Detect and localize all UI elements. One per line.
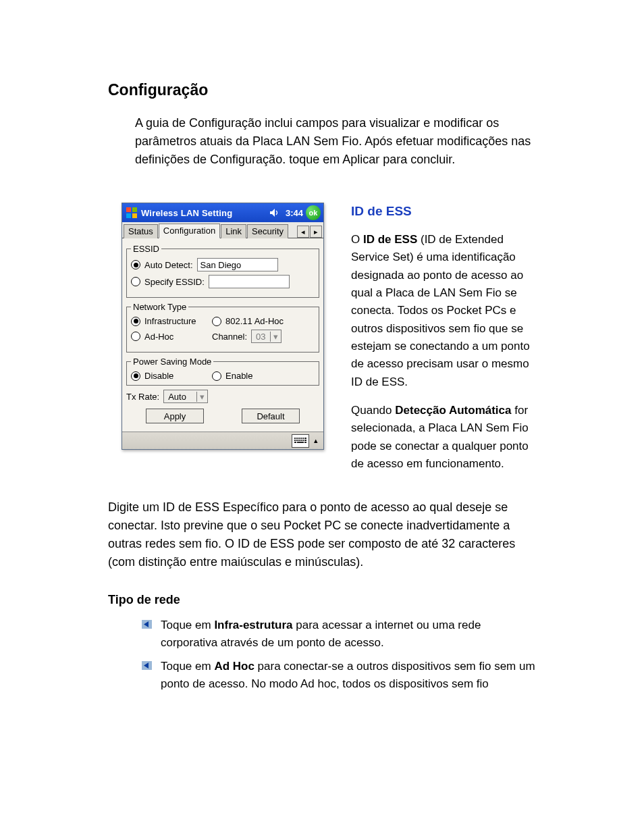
label-psm-disable: Disable	[144, 371, 208, 381]
embedded-screenshot: Wireless LAN Setting 3:44 ok Status Conf…	[122, 203, 324, 450]
radio-specify-essid[interactable]	[131, 277, 140, 286]
tab-status[interactable]: Status	[124, 224, 158, 238]
label-txrate: Tx Rate:	[126, 392, 159, 402]
svg-rect-20	[304, 442, 306, 443]
radio-psm-enable[interactable]	[212, 371, 221, 381]
essid-legend: ESSID	[131, 244, 161, 254]
power-saving-group: Power Saving Mode Disable Enable	[126, 357, 319, 386]
label-specify-essid: Specify ESSID:	[144, 277, 205, 287]
radio-adhoc[interactable]	[131, 332, 140, 341]
svg-rect-14	[298, 440, 300, 441]
device-title: Wireless LAN Setting	[141, 208, 264, 218]
chevron-down-icon: ▾	[270, 332, 281, 342]
svg-rect-15	[300, 440, 302, 441]
bullet-icon	[142, 620, 152, 629]
svg-rect-0	[126, 207, 131, 212]
bullet-icon	[142, 661, 152, 670]
svg-rect-7	[296, 438, 298, 439]
tipo-de-rede-list: Toque em Infra-estrutura para acessar a …	[108, 617, 536, 692]
device-titlebar: Wireless LAN Setting 3:44 ok	[122, 203, 323, 222]
svg-rect-18	[294, 442, 296, 443]
tab-scroll-left-icon[interactable]: ◂	[297, 226, 309, 238]
list-item: Toque em Infra-estrutura para acessar a …	[142, 617, 536, 651]
aside-heading: ID de ESS	[351, 204, 536, 219]
windows-start-icon[interactable]	[125, 206, 138, 219]
svg-rect-17	[304, 440, 306, 441]
radio-infrastructure[interactable]	[131, 317, 140, 326]
svg-rect-19	[297, 442, 304, 443]
device-tabs: Status Configuration Link Security ◂ ▸	[122, 222, 323, 238]
volume-icon[interactable]	[267, 208, 283, 217]
svg-marker-4	[270, 209, 275, 217]
auto-detect-value[interactable]: San Diego	[197, 258, 278, 271]
network-type-group: Network Type Infrastructure 802.11 Ad-Ho…	[126, 302, 319, 353]
svg-rect-6	[294, 438, 296, 439]
power-saving-legend: Power Saving Mode	[131, 357, 213, 367]
chevron-down-icon: ▾	[196, 392, 207, 402]
list-item: Toque em Ad Hoc para conectar-se a outro…	[142, 658, 536, 692]
svg-rect-8	[298, 438, 300, 439]
channel-select[interactable]: 03 ▾	[251, 330, 281, 343]
sip-up-icon[interactable]: ▴	[311, 434, 321, 448]
label-psm-enable: Enable	[225, 371, 252, 381]
svg-rect-10	[302, 438, 304, 439]
txrate-value: Auto	[164, 392, 196, 402]
radio-psm-disable[interactable]	[131, 371, 140, 381]
ok-button[interactable]: ok	[306, 205, 321, 220]
svg-rect-12	[294, 440, 296, 441]
label-adhoc: Ad-Hoc	[144, 332, 208, 342]
label-auto-detect: Auto Detect:	[144, 260, 193, 270]
device-clock: 3:44	[286, 208, 303, 218]
aside-paragraph-2: Quando Detecção Automática for seleciona…	[351, 402, 536, 473]
radio-auto-detect[interactable]	[131, 260, 140, 269]
specify-essid-input[interactable]	[209, 275, 290, 288]
svg-rect-9	[300, 438, 302, 439]
keyboard-sip-icon[interactable]	[292, 434, 309, 448]
svg-rect-13	[296, 440, 298, 441]
label-80211-adhoc: 802.11 Ad-Hoc	[225, 316, 284, 326]
svg-rect-1	[132, 207, 137, 212]
tab-link[interactable]: Link	[221, 224, 246, 238]
page-title: Configuração	[108, 81, 536, 99]
svg-rect-3	[132, 213, 137, 218]
svg-rect-2	[126, 213, 131, 218]
radio-80211-adhoc[interactable]	[212, 317, 221, 326]
intro-paragraph: A guia de Configuração inclui campos par…	[135, 114, 536, 169]
svg-rect-16	[302, 440, 304, 441]
tab-configuration[interactable]: Configuration	[159, 224, 220, 238]
txrate-select[interactable]: Auto ▾	[163, 390, 208, 403]
tab-security[interactable]: Security	[247, 224, 288, 238]
tab-scroll-right-icon[interactable]: ▸	[310, 226, 322, 238]
label-channel: Channel:	[212, 332, 247, 342]
network-type-legend: Network Type	[131, 302, 188, 312]
apply-button[interactable]: Apply	[146, 409, 204, 423]
label-infrastructure: Infrastructure	[144, 316, 208, 326]
device-bottombar: ▴	[122, 432, 323, 449]
svg-rect-11	[304, 438, 306, 439]
essid-group: ESSID Auto Detect: San Diego Specify ESS…	[126, 244, 319, 298]
after-figure-paragraph: Digite um ID de ESS Específico para o po…	[108, 498, 536, 571]
default-button[interactable]: Default	[242, 409, 300, 423]
section-tipo-de-rede-heading: Tipo de rede	[108, 593, 536, 607]
channel-value: 03	[252, 332, 269, 342]
aside-paragraph-1: O ID de ESS (ID de Extended Service Set)…	[351, 231, 536, 391]
